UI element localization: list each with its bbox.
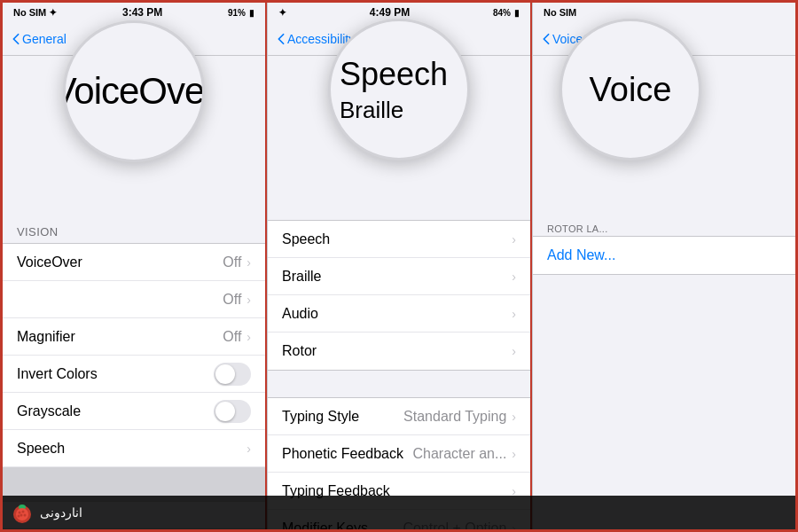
grayscale-toggle[interactable] — [214, 400, 251, 423]
svg-point-4 — [22, 511, 25, 513]
panels-wrapper: No SIM ✦ 3:43 PM 91% ▮ General Accessibi… — [3, 3, 795, 529]
row-label: Speech — [17, 441, 246, 457]
logo-text: اناردونی — [40, 505, 82, 520]
status-left-2: ✦ — [278, 7, 286, 19]
row-label: Grayscale — [17, 403, 214, 419]
status-bar-1: No SIM ✦ 3:43 PM 91% ▮ — [3, 3, 265, 22]
braille-label-big: Braille — [340, 97, 403, 124]
row-label: Add New... — [547, 247, 781, 263]
battery-pct-1: 91% — [228, 8, 246, 18]
panel-1: No SIM ✦ 3:43 PM 91% ▮ General Accessibi… — [3, 3, 265, 529]
chevron-icon: › — [512, 232, 516, 246]
table-row[interactable]: VoiceOver Off › — [3, 244, 265, 281]
table-group-3: Add New... — [533, 236, 795, 275]
table-row[interactable]: Speech › — [268, 221, 530, 258]
bottom-bar: اناردونی — [3, 496, 795, 529]
row-label: Typing Style — [282, 409, 403, 425]
vision-section-header: VISION — [3, 220, 265, 243]
table-group-2a: Speech › Braille › Audio › Rotor › — [268, 220, 530, 371]
magnifier-1: VoiceOver — [63, 20, 205, 162]
status-right-1: 91% ▮ — [228, 8, 254, 18]
table-row[interactable]: Off › — [3, 281, 265, 318]
table-row[interactable]: Typing Style Standard Typing › — [268, 398, 530, 435]
back-button-2[interactable]: Accessibility — [277, 32, 355, 46]
table-row[interactable]: Magnifier Off › — [3, 318, 265, 356]
row-value: Character an... — [413, 446, 507, 462]
magnifier-speech: Speech Braille — [331, 47, 467, 133]
logo-pomegranate-icon — [10, 500, 35, 525]
status-left-1: No SIM ✦ — [13, 7, 57, 19]
row-label: Speech — [282, 231, 512, 247]
row-label: Braille — [282, 269, 512, 285]
row-value: Off — [223, 292, 241, 308]
battery-icon-2: ▮ — [514, 8, 520, 18]
table-row[interactable]: Phonetic Feedback Character an... › — [268, 435, 530, 473]
chevron-icon: › — [512, 447, 516, 461]
status-left-3: No SIM — [544, 7, 576, 18]
row-label: Audio — [282, 306, 512, 322]
chevron-icon: › — [246, 442, 251, 456]
battery-icon-1: ▮ — [249, 8, 254, 18]
time-2: 4:49 PM — [370, 6, 410, 19]
battery-pct-2: 84% — [493, 8, 511, 18]
row-label: Invert Colors — [17, 366, 214, 382]
status-bar-3: No SIM — [533, 3, 795, 22]
row-value: Standard Typing — [403, 409, 506, 425]
table-row[interactable]: Speech › — [3, 430, 265, 467]
vision-label: VISION — [17, 225, 58, 239]
chevron-icon: › — [246, 255, 251, 270]
invert-colors-toggle[interactable] — [214, 363, 251, 386]
row-label: Rotor — [282, 343, 512, 359]
chevron-icon: › — [512, 410, 516, 424]
table-row-add[interactable]: Add New... — [533, 237, 795, 274]
table-row[interactable]: Grayscale — [3, 393, 265, 430]
svg-point-3 — [19, 512, 21, 514]
magnifier-text-1: VoiceOver — [63, 70, 205, 113]
magnifier-2: Speech Braille — [328, 19, 470, 160]
speech-label-big: Speech — [340, 56, 448, 93]
rotor-section-header: ROTOR LA... — [533, 220, 795, 236]
chevron-icon: › — [246, 330, 251, 344]
time-1: 3:43 PM — [122, 6, 162, 19]
back-button-1[interactable]: General — [12, 32, 66, 46]
magnifier-text-3: Voice — [590, 71, 672, 109]
panel-3: No SIM VoiceOver Voice ROTOR — [532, 3, 795, 529]
svg-point-5 — [20, 514, 23, 517]
row-value: Off — [223, 254, 241, 270]
chevron-icon: › — [512, 307, 516, 321]
table-row[interactable]: Rotor › — [268, 332, 530, 370]
table-group-1: VoiceOver Off › Off › Magnifier Off › In… — [3, 243, 265, 502]
chevron-icon: › — [246, 293, 251, 307]
chevron-icon: › — [512, 270, 516, 284]
row-label: VoiceOver — [17, 254, 223, 270]
back-label-1: General — [22, 32, 66, 46]
row-label: Phonetic Feedback — [282, 446, 413, 462]
chevron-icon: › — [512, 344, 516, 358]
status-right-2: 84% ▮ — [493, 8, 520, 18]
table-row[interactable]: Braille › — [268, 258, 530, 295]
svg-point-6 — [24, 514, 27, 517]
panel-2: ✦ 4:49 PM 84% ▮ Accessibility VoiceOver — [267, 3, 530, 529]
spacer-row — [268, 371, 530, 397]
magnifier-3: Voice — [559, 19, 701, 160]
table-row[interactable]: Invert Colors — [3, 356, 265, 393]
row-label: Magnifier — [17, 329, 223, 345]
main-container: No SIM ✦ 3:43 PM 91% ▮ General Accessibi… — [3, 3, 795, 529]
table-row[interactable]: Audio › — [268, 295, 530, 332]
rotor-label: ROTOR LA... — [547, 223, 608, 234]
svg-point-7 — [18, 515, 20, 518]
row-value: Off — [223, 329, 241, 345]
